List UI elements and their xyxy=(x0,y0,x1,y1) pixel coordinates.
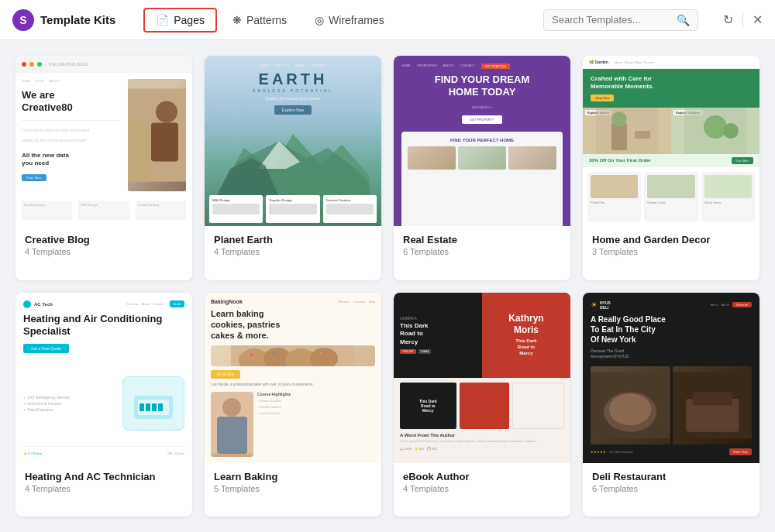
discount-btn: Get Offer xyxy=(732,157,753,164)
hvac-bottom: ⭐ 5.0 Rating 500+ Clients xyxy=(23,446,184,455)
ebook-author-label: A Word From The Author xyxy=(400,433,564,438)
card-info-garden: Home and Garden Decor 3 Templates xyxy=(583,226,760,266)
deli-subtitle: Discover The GoodAtmosphere Of NYUS. xyxy=(591,348,752,360)
refresh-button[interactable]: ↻ xyxy=(723,12,733,27)
bottom-cards: Graphic Design Web Design Content Writin… xyxy=(16,197,192,226)
nav-item2: BLOG xyxy=(36,79,44,83)
card-ebook-author[interactable]: UMBRA This DarkRoad toMercy THRILLER DRA… xyxy=(394,293,570,517)
creative-right-img xyxy=(128,79,186,191)
earth-title: EARTH xyxy=(259,70,328,88)
baking-nav: BakingNook Recipes Courses Blog xyxy=(211,299,375,304)
tab-pages[interactable]: 📄 Pages xyxy=(143,8,217,33)
mini-text2: Web Design xyxy=(81,203,126,207)
svg-rect-18 xyxy=(146,403,150,411)
deli-photo1 xyxy=(591,366,670,444)
card-real-estate[interactable]: HOME PROPERTIES ABOUT CONTACT GET STARTE… xyxy=(394,56,570,280)
deli-bottom: ★★★★★ 4.9 (324 reviews) Order Now xyxy=(591,448,752,455)
card-title-realestate: Real Estate xyxy=(403,234,561,245)
svg-point-31 xyxy=(222,398,241,417)
baking-nav3: Blog xyxy=(369,300,375,304)
app-title: Template Kits xyxy=(40,13,115,26)
card-creative-blog[interactable]: THE CREATIVE BLOG HOME BLOG ABOUT We are… xyxy=(16,56,192,280)
header-divider xyxy=(742,12,743,28)
re-nav3: ABOUT xyxy=(443,63,454,69)
card-info-hvac: Heating And AC Technician 4 Templates xyxy=(16,463,192,503)
card-title-garden: Home and Garden Decor xyxy=(592,234,750,245)
nav-item3: ABOUT xyxy=(49,79,60,83)
card-planet-earth[interactable]: HOME GALLERY ABOUT CONTACT EARTH ENDLESS… xyxy=(205,56,381,280)
cta-section: Read More xyxy=(22,174,122,181)
header: S Template Kits 📄 Pages ❋ Patterns ◎ Wir… xyxy=(0,0,775,40)
ebook-tags: THRILLER DRAMA xyxy=(400,349,476,354)
deli-nav2: About xyxy=(722,303,729,307)
hvac-stat1: ⭐ 5.0 Rating xyxy=(23,451,42,455)
ebook-repeat-covers: This DarkRoad toMercy xyxy=(400,383,564,429)
card-hvac[interactable]: AC Tech Services About Contact Book Heat… xyxy=(16,293,192,517)
hvac-unit-svg xyxy=(130,384,177,423)
mini-img1 xyxy=(212,204,260,215)
hvac-info-col: ✓ 24/7 Emergency Service ✓ Licensed & In… xyxy=(23,395,116,412)
svg-rect-19 xyxy=(152,403,157,411)
g-card3-text: Decor Items xyxy=(704,201,752,204)
tab-pages-label: Pages xyxy=(174,14,205,26)
g-card1: Plant Pots xyxy=(587,172,641,221)
deli-order-btn: Order Now xyxy=(729,448,752,455)
deli-nav1: Menu xyxy=(711,303,718,307)
hvac-visual: ✓ 24/7 Emergency Service ✓ Licensed & In… xyxy=(23,361,184,446)
hvac-info1: ✓ 24/7 Emergency Service xyxy=(23,395,116,400)
baking-detail2: • Classic Cookies xyxy=(257,399,375,403)
wireframes-icon: ◎ xyxy=(315,14,324,26)
deli-stars: ★★★★★ xyxy=(591,450,606,454)
tab-wireframes[interactable]: ◎ Wireframes xyxy=(302,8,397,33)
baking-bio-text: I am Nicole, a professional baker with o… xyxy=(211,383,375,388)
card-sub-hvac: 4 Templates xyxy=(25,484,183,493)
earth-nav2: GALLERY xyxy=(274,63,288,67)
tab-wireframes-label: Wireframes xyxy=(329,14,384,26)
patterns-icon: ❋ xyxy=(232,14,242,26)
card-title-earth: Planet Earth xyxy=(214,234,372,245)
tab-patterns[interactable]: ❋ Patterns xyxy=(220,8,299,33)
card-learn-baking[interactable]: BakingNook Recipes Courses Blog Learn ba… xyxy=(205,293,381,517)
creative-left: HOME BLOG ABOUT We areCreative80 Lorem i… xyxy=(22,79,122,191)
card-title-creative: Creative Blog xyxy=(25,234,183,245)
card-info-realestate: Real Estate 6 Templates xyxy=(394,226,570,266)
garden-photo-outdoor: Explore Outdoor xyxy=(671,108,760,154)
svg-rect-2 xyxy=(151,123,178,162)
search-box[interactable]: 🔍 xyxy=(543,9,698,31)
g-card2: Garden Tools xyxy=(644,172,698,221)
g-card2-text: Garden Tools xyxy=(647,201,694,204)
mini-text1: Graphic Design xyxy=(24,203,70,207)
app-logo-icon: S xyxy=(12,9,34,31)
deli-review-count: 4.9 (324 reviews) xyxy=(609,450,633,454)
earth-nav4: CONTACT xyxy=(312,63,327,67)
hvac-headline: Heating and Air Conditioning Specialist xyxy=(23,313,184,338)
dot-green xyxy=(37,62,42,67)
svg-rect-38 xyxy=(692,392,732,405)
earth-subtitle: ENDLESS POTENTIAL xyxy=(253,88,333,93)
card-home-garden[interactable]: 🌿 Garden Home | Shop | Blog | Contact Cr… xyxy=(583,56,760,280)
earth-mini2: Graphic Design xyxy=(266,195,319,223)
card-sub-ebook: 4 Templates xyxy=(403,484,561,493)
search-input[interactable] xyxy=(552,14,677,26)
pages-icon: 📄 xyxy=(156,14,169,26)
baking-headline: Learn bakingcookies, pastriescakes & mor… xyxy=(211,308,375,342)
outdoor-svg xyxy=(671,108,760,154)
garden-hero-text: Crafted with Care forMemorable Moments. xyxy=(591,75,752,91)
deli-photo2-svg xyxy=(673,366,753,444)
hvac-cta-btn: Get a Free Quote xyxy=(23,344,69,353)
re-photo3 xyxy=(508,146,556,170)
card-deli-restaurant[interactable]: ☀ NYUSDELI Menu About Reserve A Really G… xyxy=(583,293,760,517)
cta-btn: Read More xyxy=(22,174,46,181)
deli-name: NYUSDELI xyxy=(600,300,611,310)
garden-nav: 🌿 Garden Home | Shop | Blog | Contact xyxy=(583,56,760,69)
ebook-cover1-text: This DarkRoad toMercy xyxy=(419,399,437,413)
baking-cta: Enroll Now xyxy=(211,370,240,379)
re-nav1: HOME xyxy=(401,63,411,69)
garden-nav-items: Home | Shop | Blog | Contact xyxy=(615,60,655,64)
close-button[interactable]: ✕ xyxy=(753,12,763,27)
ebook-stat1: 📖 1200 xyxy=(400,447,412,451)
svg-rect-3 xyxy=(128,123,151,182)
deli-headline: A Really Good PlaceTo Eat In The CityOf … xyxy=(591,314,752,345)
tab-patterns-label: Patterns xyxy=(246,14,287,26)
thumb-creative-blog: THE CREATIVE BLOG HOME BLOG ABOUT We are… xyxy=(16,56,192,226)
